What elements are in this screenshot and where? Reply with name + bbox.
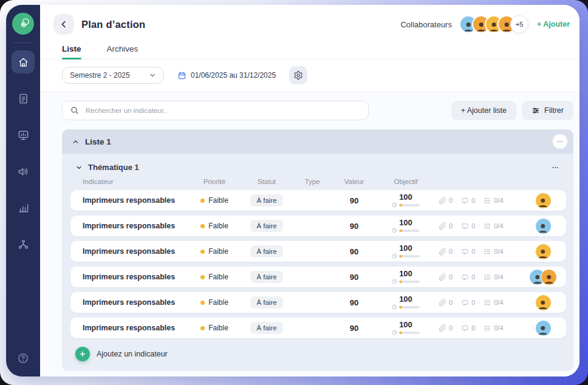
checklist-count[interactable]: 0/4	[484, 324, 503, 332]
date-range-value: 01/06/2025 au 31/12/2025	[191, 71, 276, 80]
indicator-row[interactable]: Imprimeurs responsables Faible À faire 9…	[70, 267, 566, 287]
search-input[interactable]	[62, 101, 369, 120]
sidebar-item-screen-stats[interactable]	[12, 123, 35, 146]
network-icon	[18, 239, 29, 250]
sidebar-item-announcements[interactable]	[12, 160, 35, 183]
statistics-icon	[18, 202, 29, 214]
collaborators-avatar-stack	[459, 15, 516, 33]
ellipsis-icon	[556, 138, 564, 145]
attachments-count[interactable]: 0	[439, 248, 453, 256]
person-silhouette-icon	[537, 324, 549, 336]
screen: Plan d’action Collaborateurs +5 + Ajoute…	[0, 0, 588, 385]
comments-count[interactable]: 0	[461, 299, 475, 307]
priority-dot	[200, 199, 205, 203]
calendar-icon	[177, 71, 186, 80]
chevron-down-icon	[75, 164, 83, 171]
app-window-frame: Plan d’action Collaborateurs +5 + Ajoute…	[0, 0, 588, 385]
priority-cell: Faible	[188, 324, 241, 332]
row-meta: 0 0 0/4	[435, 248, 526, 256]
sidebar-item-home[interactable]	[12, 50, 35, 73]
avatar[interactable]	[535, 320, 552, 336]
theme-menu-button[interactable]	[548, 163, 562, 172]
avatar[interactable]	[541, 269, 557, 285]
sidebar-item-documents[interactable]	[12, 87, 35, 110]
chat-icon	[461, 299, 469, 307]
add-indicator-row[interactable]: Ajoutez un indicateur	[70, 343, 566, 361]
chat-icon	[461, 197, 469, 205]
attachments-count[interactable]: 0	[439, 299, 453, 307]
back-button[interactable]	[53, 14, 74, 35]
priority-cell: Faible	[188, 298, 241, 307]
help-icon[interactable]	[17, 352, 29, 367]
checklist-count[interactable]: 0/4	[484, 222, 503, 230]
assignee-avatars[interactable]	[526, 269, 560, 285]
avatar[interactable]	[535, 244, 552, 260]
sidebar-item-statistics[interactable]	[12, 196, 35, 219]
add-indicator-button[interactable]	[75, 347, 90, 361]
tab-archives[interactable]: Archives	[107, 44, 138, 59]
comments-count[interactable]: 0	[461, 197, 475, 205]
assignee-avatars[interactable]	[526, 192, 560, 209]
person-silhouette-icon	[537, 196, 549, 208]
assignee-avatars[interactable]	[526, 320, 560, 336]
assignee-avatars[interactable]	[526, 218, 560, 234]
objective-value: 100	[399, 270, 412, 278]
main-content: Plan d’action Collaborateurs +5 + Ajoute…	[40, 5, 579, 376]
checklist-count[interactable]: 0/4	[484, 248, 503, 256]
theme-header[interactable]: Thématique 1	[70, 161, 566, 178]
list-menu-button[interactable]	[553, 134, 567, 149]
comments-count[interactable]: 0	[461, 248, 475, 256]
avatar[interactable]	[535, 295, 552, 311]
priority-dot	[200, 275, 205, 279]
objective-cell: 100	[377, 295, 435, 310]
objective-value: 100	[399, 321, 412, 329]
add-collaborator-link[interactable]: + Ajouter	[537, 20, 570, 29]
indicator-row[interactable]: Imprimeurs responsables Faible À faire 9…	[70, 190, 566, 211]
documents-icon	[18, 93, 29, 104]
avatar[interactable]	[535, 192, 552, 209]
add-list-button[interactable]: + Ajouter liste	[451, 101, 516, 120]
indicator-row[interactable]: Imprimeurs responsables Faible À faire 9…	[70, 216, 566, 236]
indicator-row[interactable]: Imprimeurs responsables Faible À faire 9…	[70, 318, 566, 338]
list-header[interactable]: Liste 1	[62, 129, 573, 154]
attachments-count[interactable]: 0	[439, 324, 453, 332]
priority-label: Faible	[208, 222, 228, 230]
assignee-avatars[interactable]	[526, 244, 560, 260]
indicator-row[interactable]: Imprimeurs responsables Faible À faire 9…	[70, 241, 566, 262]
assignee-avatars[interactable]	[526, 295, 560, 311]
settings-button[interactable]	[289, 66, 307, 84]
comments-count[interactable]: 0	[461, 324, 475, 332]
period-select[interactable]: Semestre 2 - 2025	[62, 67, 164, 84]
chevron-down-icon	[149, 72, 156, 79]
clock-icon	[392, 279, 397, 284]
objective-value: 100	[399, 193, 412, 201]
sidebar-item-network[interactable]	[12, 233, 35, 256]
column-header-statut: Statut	[241, 178, 293, 185]
priority-dot	[200, 224, 205, 228]
comments-count[interactable]: 0	[461, 273, 475, 281]
chat-icon	[461, 248, 469, 256]
chat-icon	[461, 324, 469, 332]
value-cell: 90	[332, 298, 377, 307]
collaborators-overflow-badge[interactable]: +5	[510, 15, 528, 33]
attachments-count[interactable]: 0	[439, 197, 453, 205]
column-header-indicateur: Indicateur	[83, 178, 188, 185]
chat-icon	[461, 273, 469, 281]
checklist-count[interactable]: 0/4	[484, 197, 503, 205]
person-silhouette-icon	[537, 222, 549, 234]
tab-liste[interactable]: Liste	[62, 44, 81, 59]
attachments-count[interactable]: 0	[439, 222, 453, 230]
checklist-count[interactable]: 0/4	[484, 273, 503, 281]
indicator-row[interactable]: Imprimeurs responsables Faible À faire 9…	[70, 292, 566, 313]
app-logo-icon[interactable]	[12, 13, 34, 35]
collaborators-label: Collaborateurs	[400, 20, 452, 29]
date-range-picker[interactable]: 01/06/2025 au 31/12/2025	[177, 71, 276, 80]
comments-count[interactable]: 0	[461, 222, 475, 230]
avatar[interactable]	[535, 218, 552, 234]
attachments-count[interactable]: 0	[439, 273, 453, 281]
ellipsis-icon	[552, 164, 559, 171]
row-meta: 0 0 0/4	[435, 273, 526, 281]
filter-button[interactable]: Filtrer	[522, 101, 573, 120]
table-column-headers: IndicateurPrioritéStatutTypeValeurObject…	[70, 178, 566, 190]
checklist-count[interactable]: 0/4	[484, 299, 503, 307]
